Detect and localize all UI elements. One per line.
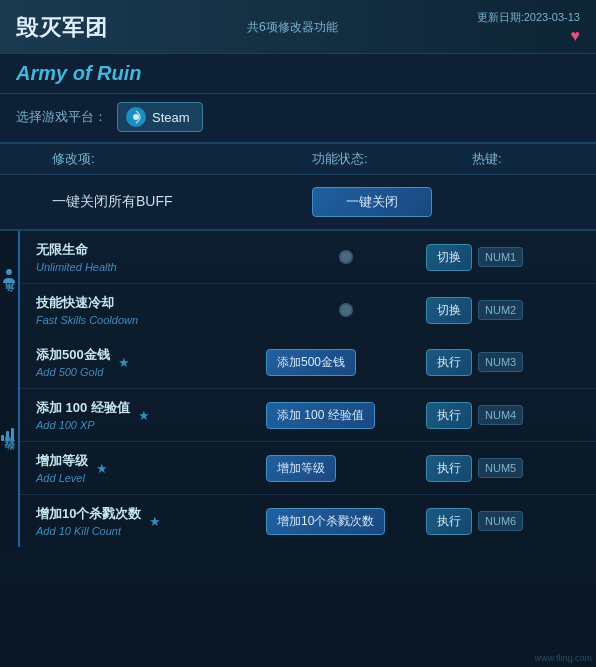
platform-label: 选择游戏平台： xyxy=(16,108,107,126)
mod-en-2: Fast Skills Cooldown xyxy=(36,314,266,326)
character-section-label: 角色 xyxy=(2,295,17,301)
star-icon-5: ★ xyxy=(96,461,108,476)
mod-name-add-level: 增加等级 Add Level ★ xyxy=(36,452,266,484)
table-row: 增加10个杀戮次数 Add 10 Kill Count ★ 增加10个杀戮次数 … xyxy=(20,495,596,547)
character-section: 角色 无限生命 Unlimited Health 切换 NUM1 xyxy=(0,231,596,336)
hotkey-cell-6: 执行 NUM6 xyxy=(426,508,586,535)
star-icon-3: ★ xyxy=(118,355,130,370)
oneclick-name: 一键关闭所有BUFF xyxy=(52,193,312,211)
mod-zh-4: 添加 100 经验值 xyxy=(36,399,130,417)
toggle-status-1 xyxy=(266,250,426,264)
hotkey-badge-2: NUM2 xyxy=(478,300,523,320)
table-header: 修改项: 功能状态: 热键: xyxy=(0,144,596,175)
table-row: 添加500金钱 Add 500 Gold ★ 添加500金钱 执行 NUM3 xyxy=(20,336,596,389)
mod-name-add-xp: 添加 100 经验值 Add 100 XP ★ xyxy=(36,399,266,431)
hotkey-cell-1: 切换 NUM1 xyxy=(426,244,586,271)
hotkey-cell-2: 切换 NUM2 xyxy=(426,297,586,324)
table-row: 无限生命 Unlimited Health 切换 NUM1 xyxy=(20,231,596,284)
table-row: 增加等级 Add Level ★ 增加等级 执行 NUM5 xyxy=(20,442,596,495)
switch-button-1[interactable]: 切换 xyxy=(426,244,472,271)
character-icon xyxy=(0,267,18,289)
exec-label-6[interactable]: 执行 xyxy=(426,508,472,535)
exec-button-3[interactable]: 添加500金钱 xyxy=(266,349,356,376)
mod-en-5: Add Level xyxy=(36,472,88,484)
mod-zh-5: 增加等级 xyxy=(36,452,88,470)
hotkey-badge-5: NUM5 xyxy=(478,458,523,478)
mod-en-1: Unlimited Health xyxy=(36,261,266,273)
star-icon-4: ★ xyxy=(138,408,150,423)
hotkey-cell-3: 执行 NUM3 xyxy=(426,349,586,376)
hotkey-badge-4: NUM4 xyxy=(478,405,523,425)
platform-row: 选择游戏平台： Steam xyxy=(0,94,596,144)
main-container: 毁灭军团 共6项修改器功能 更新日期:2023-03-13 ♥ Army of … xyxy=(0,0,596,667)
update-date: 更新日期:2023-03-13 xyxy=(477,10,580,25)
col-status: 功能状态: xyxy=(312,150,472,168)
svg-rect-3 xyxy=(1,435,4,441)
mod-en-3: Add 500 Gold xyxy=(36,366,110,378)
exec-button-4[interactable]: 添加 100 经验值 xyxy=(266,402,375,429)
mod-name-kill-count: 增加10个杀戮次数 Add 10 Kill Count ★ xyxy=(36,505,266,537)
table-row: 技能快速冷却 Fast Skills Cooldown 切换 NUM2 xyxy=(20,284,596,336)
watermark: www.fling.com xyxy=(534,653,592,663)
svg-rect-5 xyxy=(11,428,14,441)
data-section-content: 添加500金钱 Add 500 Gold ★ 添加500金钱 执行 NUM3 xyxy=(20,336,596,547)
data-icon xyxy=(0,425,18,447)
toggle-status-2 xyxy=(266,303,426,317)
game-title-en: Army of Ruin xyxy=(16,62,142,84)
mod-zh-1: 无限生命 xyxy=(36,241,266,259)
data-section-label: 数据 xyxy=(2,453,17,459)
mod-zh-6: 增加10个杀戮次数 xyxy=(36,505,141,523)
hotkey-badge-1: NUM1 xyxy=(478,247,523,267)
table-row: 添加 100 经验值 Add 100 XP ★ 添加 100 经验值 执行 NU… xyxy=(20,389,596,442)
oneclick-row: 一键关闭所有BUFF 一键关闭 xyxy=(0,175,596,231)
action-btn-cell-4: 添加 100 经验值 xyxy=(266,402,426,429)
action-btn-cell-3: 添加500金钱 xyxy=(266,349,426,376)
mod-en-6: Add 10 Kill Count xyxy=(36,525,141,537)
platform-steam-button[interactable]: Steam xyxy=(117,102,203,132)
exec-button-5[interactable]: 增加等级 xyxy=(266,455,336,482)
switch-button-2[interactable]: 切换 xyxy=(426,297,472,324)
close-all-button[interactable]: 一键关闭 xyxy=(312,187,432,217)
mod-name-add-gold: 添加500金钱 Add 500 Gold ★ xyxy=(36,346,266,378)
exec-button-6[interactable]: 增加10个杀戮次数 xyxy=(266,508,385,535)
exec-label-5[interactable]: 执行 xyxy=(426,455,472,482)
col-hotkey: 热键: xyxy=(472,150,596,168)
game-title-zh: 毁灭军团 xyxy=(16,13,108,43)
platform-button-label: Steam xyxy=(152,110,190,125)
hotkey-badge-6: NUM6 xyxy=(478,511,523,531)
header: 毁灭军团 共6项修改器功能 更新日期:2023-03-13 ♥ xyxy=(0,0,596,54)
character-section-content: 无限生命 Unlimited Health 切换 NUM1 技能快速冷却 Fas… xyxy=(20,231,596,336)
svg-rect-4 xyxy=(6,431,9,441)
col-modifier: 修改项: xyxy=(52,150,312,168)
mod-name-unlimited-health: 无限生命 Unlimited Health xyxy=(36,241,266,273)
action-btn-cell-5: 增加等级 xyxy=(266,455,426,482)
steam-icon xyxy=(126,107,146,127)
modifier-count: 共6项修改器功能 xyxy=(247,19,338,36)
mod-zh-3: 添加500金钱 xyxy=(36,346,110,364)
exec-label-3[interactable]: 执行 xyxy=(426,349,472,376)
action-btn-cell-6: 增加10个杀戮次数 xyxy=(266,508,426,535)
mod-en-4: Add 100 XP xyxy=(36,419,130,431)
character-sidebar: 角色 xyxy=(0,231,20,336)
hotkey-cell-4: 执行 NUM4 xyxy=(426,402,586,429)
data-sidebar: 数据 xyxy=(0,336,20,547)
hotkey-cell-5: 执行 NUM5 xyxy=(426,455,586,482)
mod-zh-2: 技能快速冷却 xyxy=(36,294,266,312)
star-icon-6: ★ xyxy=(149,514,161,529)
favorite-heart-icon[interactable]: ♥ xyxy=(570,27,580,45)
toggle-dot-1[interactable] xyxy=(339,250,353,264)
svg-point-1 xyxy=(133,114,139,120)
header-right: 更新日期:2023-03-13 ♥ xyxy=(477,10,580,45)
svg-point-2 xyxy=(6,269,12,275)
toggle-dot-2[interactable] xyxy=(339,303,353,317)
mod-name-fast-skills: 技能快速冷却 Fast Skills Cooldown xyxy=(36,294,266,326)
data-section: 数据 添加500金钱 Add 500 Gold ★ 添加500金钱 执行 NUM… xyxy=(0,336,596,547)
game-subtitle: Army of Ruin xyxy=(0,54,596,94)
hotkey-badge-3: NUM3 xyxy=(478,352,523,372)
exec-label-4[interactable]: 执行 xyxy=(426,402,472,429)
